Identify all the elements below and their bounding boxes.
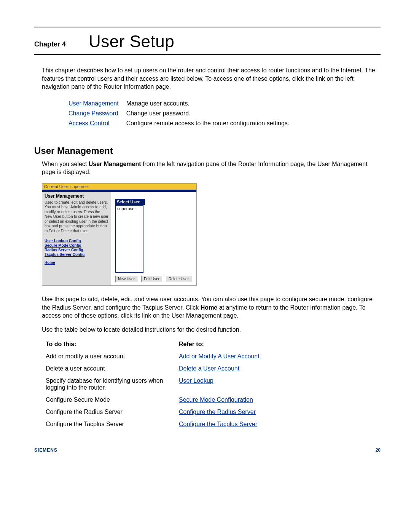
ref-task: Specify database for identifying users w… bbox=[46, 376, 179, 395]
ref-task: Configure the Tacplus Server bbox=[46, 419, 179, 431]
intro-paragraph: This chapter describes how to set up use… bbox=[42, 66, 381, 91]
reference-table: To do this: Refer to: Add or modify a us… bbox=[46, 339, 260, 431]
ss-user-listbox[interactable]: superuser bbox=[115, 205, 143, 273]
edit-user-button[interactable]: Edit User bbox=[141, 276, 162, 282]
ss-panel-title: User Management bbox=[45, 193, 108, 199]
section-paragraph: When you select User Management from the… bbox=[42, 160, 381, 176]
ref-task: Add or modify a user account bbox=[46, 351, 179, 364]
ref-head-link: Refer to: bbox=[179, 339, 260, 351]
ss-current-user: Current User: superuser bbox=[42, 184, 196, 190]
ref-link-lookup[interactable]: User Lookup bbox=[179, 377, 213, 384]
ref-link-radius[interactable]: Configure the Radius Server bbox=[179, 409, 256, 415]
link-desc: Manage user accounts. bbox=[126, 99, 297, 109]
ss-link-secure-mode[interactable]: Secure Mode Config bbox=[45, 243, 108, 248]
chapter-title: User Setup bbox=[89, 32, 174, 51]
footer-brand: SIEMENS bbox=[34, 447, 57, 453]
link-change-password[interactable]: Change Password bbox=[68, 110, 118, 117]
link-desc: Change user password. bbox=[126, 109, 297, 118]
ss-user-item[interactable]: superuser bbox=[117, 206, 142, 211]
ref-head-task: To do this: bbox=[46, 339, 179, 351]
link-desc: Configure remote access to the router co… bbox=[126, 118, 297, 128]
ref-task: Configure the Radius Server bbox=[46, 407, 179, 419]
footer-page-number: 20 bbox=[376, 447, 381, 453]
ref-task: Delete a user account bbox=[46, 364, 179, 376]
link-user-management[interactable]: User Management bbox=[68, 100, 119, 107]
new-user-button[interactable]: New User bbox=[115, 276, 137, 282]
section-heading: User Management bbox=[34, 145, 381, 156]
ss-link-radius[interactable]: Radius Server Config bbox=[45, 248, 108, 252]
ref-link-add-modify[interactable]: Add or Modify A User Account bbox=[179, 353, 260, 359]
link-access-control[interactable]: Access Control bbox=[68, 120, 110, 126]
ss-link-user-lookup[interactable]: User Lookup Config bbox=[45, 239, 108, 243]
delete-user-button[interactable]: Delete User bbox=[166, 276, 191, 282]
intro-links-table: User Management Manage user accounts. Ch… bbox=[68, 99, 297, 128]
ref-link-delete[interactable]: Delete a User Account bbox=[179, 365, 239, 372]
ss-link-tacplus[interactable]: Tacplus Server Config bbox=[45, 252, 108, 257]
chapter-label: Chapter 4 bbox=[34, 35, 66, 48]
screenshot-user-management: Current User: superuser User Management … bbox=[42, 183, 197, 286]
ref-task: Configure Secure Mode bbox=[46, 395, 179, 407]
ss-select-user-header: Select User bbox=[115, 199, 145, 205]
ref-link-secure-mode[interactable]: Secure Mode Configuration bbox=[179, 396, 253, 403]
ref-link-tacplus[interactable]: Configure the Tacplus Server bbox=[179, 421, 257, 427]
post-screenshot-para1: Use this page to add, delete, edit, and … bbox=[42, 295, 381, 320]
ss-panel-desc: Used to create, edit and delete users. Y… bbox=[45, 200, 108, 234]
ss-link-home[interactable]: Home bbox=[45, 260, 108, 265]
post-screenshot-para2: Use the table below to locate detailed i… bbox=[42, 326, 381, 334]
